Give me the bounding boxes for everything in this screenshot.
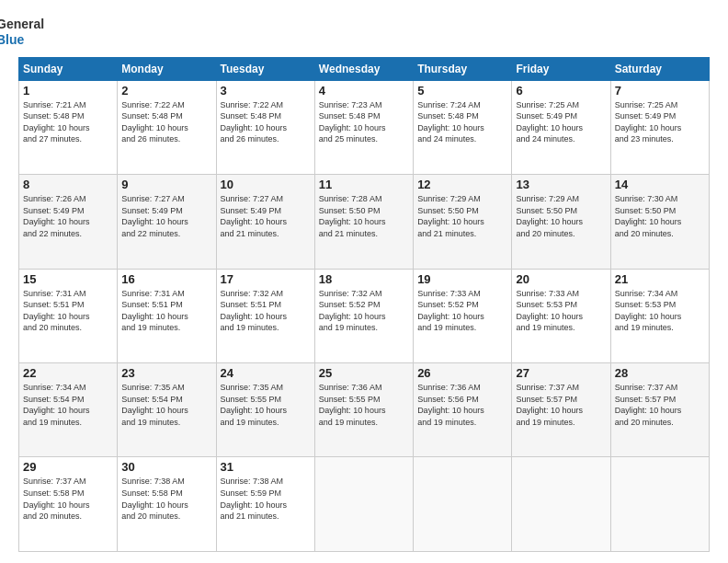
week-row-3: 15Sunrise: 7:31 AMSunset: 5:51 PMDayligh…: [19, 269, 710, 362]
cell-text: Sunrise: 7:28 AMSunset: 5:50 PMDaylight:…: [319, 193, 409, 239]
cell-text: Sunrise: 7:36 AMSunset: 5:55 PMDaylight:…: [319, 382, 409, 428]
calendar-cell: 26Sunrise: 7:36 AMSunset: 5:56 PMDayligh…: [414, 363, 512, 457]
cell-text: Sunrise: 7:22 AMSunset: 5:48 PMDaylight:…: [121, 99, 211, 145]
cell-text: Sunrise: 7:37 AMSunset: 5:57 PMDaylight:…: [615, 382, 705, 428]
calendar-cell: 6Sunrise: 7:25 AMSunset: 5:49 PMDaylight…: [512, 80, 610, 174]
calendar-cell: 19Sunrise: 7:33 AMSunset: 5:52 PMDayligh…: [414, 269, 512, 362]
day-number: 12: [417, 178, 507, 191]
calendar-cell: 30Sunrise: 7:38 AMSunset: 5:58 PMDayligh…: [118, 457, 216, 552]
day-number: 13: [516, 178, 606, 191]
day-number: 29: [23, 460, 113, 474]
day-number: 9: [121, 178, 211, 191]
calendar-cell: 11Sunrise: 7:28 AMSunset: 5:50 PMDayligh…: [314, 175, 413, 269]
day-number: 22: [23, 366, 113, 380]
calendar-cell: 18Sunrise: 7:32 AMSunset: 5:52 PMDayligh…: [314, 269, 413, 362]
logo-line1: General: [0, 17, 44, 32]
day-number: 11: [319, 178, 409, 191]
day-number: 15: [23, 272, 113, 286]
week-row-2: 8Sunrise: 7:26 AMSunset: 5:49 PMDaylight…: [19, 175, 710, 269]
calendar-cell: [314, 457, 413, 552]
calendar-table: SundayMondayTuesdayWednesdayThursdayFrid…: [18, 57, 710, 552]
cell-text: Sunrise: 7:27 AMSunset: 5:49 PMDaylight:…: [121, 193, 211, 239]
calendar-cell: 16Sunrise: 7:31 AMSunset: 5:51 PMDayligh…: [118, 269, 216, 362]
cell-text: Sunrise: 7:34 AMSunset: 5:54 PMDaylight:…: [23, 382, 113, 428]
day-number: 16: [121, 272, 211, 286]
cell-text: Sunrise: 7:33 AMSunset: 5:53 PMDaylight:…: [516, 288, 606, 334]
calendar-cell: 21Sunrise: 7:34 AMSunset: 5:53 PMDayligh…: [610, 269, 709, 362]
calendar-cell: 29Sunrise: 7:37 AMSunset: 5:58 PMDayligh…: [19, 457, 118, 552]
col-header-saturday: Saturday: [610, 57, 709, 80]
logo: General Blue General Blue: [18, 17, 44, 48]
day-number: 20: [516, 272, 606, 286]
day-number: 18: [319, 272, 409, 286]
calendar-cell: 5Sunrise: 7:24 AMSunset: 5:48 PMDaylight…: [414, 80, 512, 174]
day-number: 24: [221, 366, 311, 380]
cell-text: Sunrise: 7:35 AMSunset: 5:55 PMDaylight:…: [221, 382, 311, 428]
calendar-cell: 9Sunrise: 7:27 AMSunset: 5:49 PMDaylight…: [118, 175, 216, 269]
cell-text: Sunrise: 7:24 AMSunset: 5:48 PMDaylight:…: [417, 99, 507, 145]
cell-text: Sunrise: 7:31 AMSunset: 5:51 PMDaylight:…: [23, 288, 113, 334]
header: General Blue General Blue: [18, 17, 710, 48]
calendar-cell: [610, 457, 709, 552]
calendar-cell: 2Sunrise: 7:22 AMSunset: 5:48 PMDaylight…: [118, 80, 216, 174]
cell-text: Sunrise: 7:32 AMSunset: 5:52 PMDaylight:…: [319, 288, 409, 334]
calendar-cell: 12Sunrise: 7:29 AMSunset: 5:50 PMDayligh…: [414, 175, 512, 269]
day-number: 27: [516, 366, 606, 380]
calendar-cell: 25Sunrise: 7:36 AMSunset: 5:55 PMDayligh…: [314, 363, 413, 457]
col-header-wednesday: Wednesday: [314, 57, 413, 80]
cell-text: Sunrise: 7:34 AMSunset: 5:53 PMDaylight:…: [615, 288, 705, 334]
day-number: 31: [221, 460, 311, 474]
cell-text: Sunrise: 7:37 AMSunset: 5:57 PMDaylight:…: [516, 382, 606, 428]
day-number: 3: [221, 84, 311, 98]
col-header-thursday: Thursday: [414, 57, 512, 80]
day-number: 7: [615, 84, 705, 98]
cell-text: Sunrise: 7:23 AMSunset: 5:48 PMDaylight:…: [319, 99, 409, 145]
col-header-tuesday: Tuesday: [216, 57, 314, 80]
calendar-cell: 4Sunrise: 7:23 AMSunset: 5:48 PMDaylight…: [314, 80, 413, 174]
cell-text: Sunrise: 7:30 AMSunset: 5:50 PMDaylight:…: [615, 193, 705, 239]
week-row-1: 1Sunrise: 7:21 AMSunset: 5:48 PMDaylight…: [19, 80, 710, 174]
cell-text: Sunrise: 7:21 AMSunset: 5:48 PMDaylight:…: [23, 99, 113, 145]
day-number: 5: [417, 84, 507, 98]
day-number: 6: [516, 84, 606, 98]
calendar-cell: 14Sunrise: 7:30 AMSunset: 5:50 PMDayligh…: [610, 175, 709, 269]
day-number: 26: [417, 366, 507, 380]
calendar-cell: 17Sunrise: 7:32 AMSunset: 5:51 PMDayligh…: [216, 269, 314, 362]
cell-text: Sunrise: 7:38 AMSunset: 5:59 PMDaylight:…: [221, 476, 311, 522]
cell-text: Sunrise: 7:37 AMSunset: 5:58 PMDaylight:…: [23, 476, 113, 522]
calendar-cell: 28Sunrise: 7:37 AMSunset: 5:57 PMDayligh…: [610, 363, 709, 457]
week-row-4: 22Sunrise: 7:34 AMSunset: 5:54 PMDayligh…: [19, 363, 710, 457]
cell-text: Sunrise: 7:38 AMSunset: 5:58 PMDaylight:…: [121, 476, 211, 522]
cell-text: Sunrise: 7:31 AMSunset: 5:51 PMDaylight:…: [121, 288, 211, 334]
day-number: 21: [615, 272, 705, 286]
col-header-sunday: Sunday: [19, 57, 118, 80]
cell-text: Sunrise: 7:27 AMSunset: 5:49 PMDaylight:…: [221, 193, 311, 239]
cell-text: Sunrise: 7:36 AMSunset: 5:56 PMDaylight:…: [417, 382, 507, 428]
day-number: 25: [319, 366, 409, 380]
cell-text: Sunrise: 7:29 AMSunset: 5:50 PMDaylight:…: [516, 193, 606, 239]
calendar-cell: 31Sunrise: 7:38 AMSunset: 5:59 PMDayligh…: [216, 457, 314, 552]
day-number: 10: [221, 178, 311, 191]
day-number: 23: [121, 366, 211, 380]
calendar-cell: 20Sunrise: 7:33 AMSunset: 5:53 PMDayligh…: [512, 269, 610, 362]
cell-text: Sunrise: 7:25 AMSunset: 5:49 PMDaylight:…: [615, 99, 705, 145]
cell-text: Sunrise: 7:32 AMSunset: 5:51 PMDaylight:…: [221, 288, 311, 334]
day-number: 8: [23, 178, 113, 191]
calendar-cell: 1Sunrise: 7:21 AMSunset: 5:48 PMDaylight…: [19, 80, 118, 174]
calendar-cell: 15Sunrise: 7:31 AMSunset: 5:51 PMDayligh…: [19, 269, 118, 362]
cell-text: Sunrise: 7:25 AMSunset: 5:49 PMDaylight:…: [516, 99, 606, 145]
calendar-cell: 13Sunrise: 7:29 AMSunset: 5:50 PMDayligh…: [512, 175, 610, 269]
cell-text: Sunrise: 7:35 AMSunset: 5:54 PMDaylight:…: [121, 382, 211, 428]
col-header-friday: Friday: [512, 57, 610, 80]
cell-text: Sunrise: 7:33 AMSunset: 5:52 PMDaylight:…: [417, 288, 507, 334]
day-number: 19: [417, 272, 507, 286]
calendar-cell: 10Sunrise: 7:27 AMSunset: 5:49 PMDayligh…: [216, 175, 314, 269]
cell-text: Sunrise: 7:22 AMSunset: 5:48 PMDaylight:…: [221, 99, 311, 145]
day-number: 30: [121, 460, 211, 474]
cell-text: Sunrise: 7:26 AMSunset: 5:49 PMDaylight:…: [23, 193, 113, 239]
calendar-cell: 23Sunrise: 7:35 AMSunset: 5:54 PMDayligh…: [118, 363, 216, 457]
week-row-5: 29Sunrise: 7:37 AMSunset: 5:58 PMDayligh…: [19, 457, 710, 552]
calendar-cell: 8Sunrise: 7:26 AMSunset: 5:49 PMDaylight…: [19, 175, 118, 269]
calendar-cell: 22Sunrise: 7:34 AMSunset: 5:54 PMDayligh…: [19, 363, 118, 457]
calendar-cell: [512, 457, 610, 552]
